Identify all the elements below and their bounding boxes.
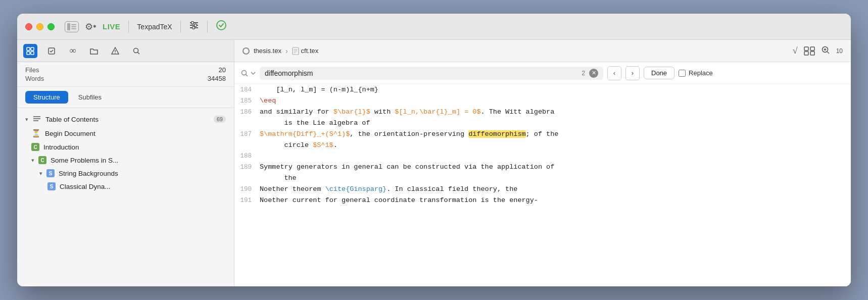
string-chevron: ▾ xyxy=(39,170,42,177)
line-content-186: and similarly for $\bar{l}$ with $[l_n,\… xyxy=(260,107,851,118)
live-label: LIVE xyxy=(103,22,120,31)
sidebar-toggle-button[interactable] xyxy=(65,21,79,32)
tab-subfiles[interactable]: Subfiles xyxy=(70,91,110,104)
tree-item-begin[interactable]: ⏳ Begin Document xyxy=(17,126,234,140)
search-input[interactable] xyxy=(265,69,577,77)
tab-structure[interactable]: Structure xyxy=(25,91,68,104)
svg-rect-29 xyxy=(810,47,814,51)
line-content-187: $\mathrm{Diff}_+(S^1)$, the orientation-… xyxy=(260,129,851,140)
sidebar-icon-search[interactable] xyxy=(129,44,143,58)
svg-rect-11 xyxy=(27,47,30,51)
gear-button[interactable]: ⚙✱ xyxy=(85,21,97,32)
classical-label: Classical Dyna... xyxy=(60,183,111,190)
tree-item-introduction[interactable]: C Introduction xyxy=(17,140,234,154)
s-icon: S xyxy=(46,169,55,177)
svg-rect-14 xyxy=(31,52,34,55)
line-num-186: 186 xyxy=(234,107,260,117)
line-content-189: Symmetry generators in general can be co… xyxy=(260,162,851,173)
done-button[interactable]: Done xyxy=(644,67,674,79)
clear-search-button[interactable]: ✕ xyxy=(589,69,598,78)
code-line-186: 186 and similarly for $\bar{l}$ with $[l… xyxy=(234,107,851,118)
svg-point-7 xyxy=(194,24,197,27)
svg-rect-3 xyxy=(71,28,76,29)
tree-item-classical[interactable]: S Classical Dyna... xyxy=(17,180,234,193)
breadcrumb-file-indicator xyxy=(243,47,250,55)
code-editor[interactable]: 184 [l_n, l_m] = (n-m)l_{n+m} 185 \eeq 1… xyxy=(234,84,851,286)
chevron-down-icon xyxy=(251,71,256,75)
main-area: ∞ xyxy=(17,40,851,286)
search-bar: 2 ✕ ‹ › Done Replace xyxy=(234,62,851,84)
svg-rect-31 xyxy=(810,52,814,55)
toc-header[interactable]: ▾ Table of Contents 69 xyxy=(17,112,234,126)
tree-item-problems[interactable]: ▾ C Some Problems in S... xyxy=(17,154,234,167)
line-num-190: 190 xyxy=(234,184,260,194)
divider xyxy=(128,21,129,33)
sqrt-icon[interactable]: √ xyxy=(793,45,798,56)
texpad-label: TexpadTeX xyxy=(137,23,172,31)
search-input-wrap: 2 ✕ xyxy=(260,67,603,80)
toc-badge: 69 xyxy=(214,116,226,123)
svg-rect-13 xyxy=(27,52,30,55)
sidebar: ∞ xyxy=(17,40,234,286)
sidebar-icon-warning[interactable] xyxy=(108,44,122,58)
line-content-185: \eeq xyxy=(260,95,851,107)
grid-icon[interactable] xyxy=(804,46,815,56)
search-icon-wrap xyxy=(240,69,256,77)
svg-rect-1 xyxy=(71,24,76,25)
divider2 xyxy=(180,21,181,33)
string-bg-label: String Backgrounds xyxy=(59,170,118,177)
sidebar-stats: Files 20 Words 34458 xyxy=(17,62,234,87)
editor-header: thesis.tex › cft.tex √ xyxy=(234,40,851,62)
svg-rect-28 xyxy=(804,47,808,51)
minimize-button[interactable] xyxy=(36,23,43,30)
line-content-184: [l_n, l_m] = (n-m)l_{n+m} xyxy=(260,84,851,95)
sidebar-toolbar: ∞ xyxy=(17,40,234,62)
words-label: Words xyxy=(25,75,44,82)
line-num-189: 189 xyxy=(234,162,260,172)
prev-match-button[interactable]: ‹ xyxy=(607,66,621,80)
sliders-button[interactable] xyxy=(189,21,199,32)
zoom-icon[interactable] xyxy=(821,45,830,55)
files-value: 20 xyxy=(219,66,226,74)
replace-checkbox[interactable] xyxy=(679,70,686,77)
replace-label: Replace xyxy=(689,69,713,77)
svg-rect-2 xyxy=(71,26,76,27)
code-line-191: 191 Noether current for general coordina… xyxy=(234,195,851,206)
maximize-button[interactable] xyxy=(47,23,55,30)
svg-point-9 xyxy=(192,27,195,29)
breadcrumb-file2: cft.tex xyxy=(301,47,319,55)
words-stat: Words 34458 xyxy=(25,75,226,82)
breadcrumb-file1: thesis.tex xyxy=(254,47,281,55)
line-content-190: Noether theorem \cite{Ginsparg}. In clas… xyxy=(260,184,851,195)
zoom-level xyxy=(821,45,830,56)
svg-point-36 xyxy=(242,70,247,75)
code-line-188: 188 xyxy=(234,151,851,162)
c-icon: C xyxy=(31,143,39,151)
svg-line-33 xyxy=(827,52,829,54)
sidebar-icon-check[interactable] xyxy=(44,44,59,58)
breadcrumb-file2-wrap: cft.tex xyxy=(292,47,319,55)
s-icon-2: S xyxy=(47,182,56,190)
code-line-187: 187 $\mathrm{Diff}_+(S^1)$, the orientat… xyxy=(234,129,851,140)
editor-right-icons: √ 10 xyxy=(793,45,843,56)
tree-item-string-bg[interactable]: ▾ S String Backgrounds xyxy=(17,167,234,180)
intro-label: Introduction xyxy=(43,143,79,151)
search-icon xyxy=(240,69,249,77)
svg-rect-12 xyxy=(31,47,34,51)
svg-point-5 xyxy=(191,22,194,24)
search-highlight: diffeomorphism xyxy=(468,130,525,138)
toc-chevron: ▾ xyxy=(25,116,28,123)
sidebar-icon-folder[interactable] xyxy=(87,44,101,58)
sidebar-icon-infinity[interactable]: ∞ xyxy=(66,44,80,58)
sidebar-icon-structure[interactable] xyxy=(23,44,37,58)
titlebar: ⚙✱ LIVE TexpadTeX xyxy=(17,14,851,40)
line-continuation-187: circle $S^1$. xyxy=(234,140,851,151)
line-num-185: 185 xyxy=(234,95,260,106)
next-match-button[interactable]: › xyxy=(625,66,640,80)
svg-point-10 xyxy=(217,21,226,30)
check-button[interactable] xyxy=(216,20,227,33)
svg-point-18 xyxy=(115,53,116,54)
problems-chevron: ▾ xyxy=(31,157,34,164)
begin-label: Begin Document xyxy=(45,130,95,137)
close-button[interactable] xyxy=(25,23,32,30)
